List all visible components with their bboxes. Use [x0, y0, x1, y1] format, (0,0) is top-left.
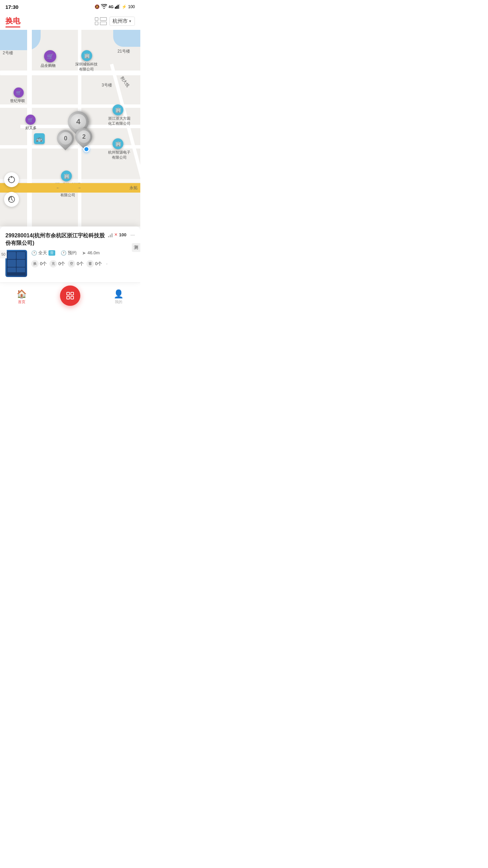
svg-rect-3	[119, 4, 120, 9]
reservation-info: 🕐 预约	[61, 250, 77, 256]
signal-x-icon: ✕	[114, 232, 118, 237]
poi-shopping-haoyouduo[interactable]: 🛒 好又多	[25, 115, 36, 125]
svg-rect-0	[115, 7, 116, 9]
city-selector[interactable]: 杭州市 ▼	[109, 17, 135, 26]
nav-scan-button[interactable]	[60, 285, 80, 306]
nav-profile-label: 我的	[115, 299, 122, 304]
building-icon-4: 🏢	[64, 173, 69, 179]
pin-2-number: 2	[82, 133, 85, 140]
signal-section: ✕ 100 —	[108, 232, 135, 237]
station-image-base	[7, 272, 26, 276]
bus-icon: 🚌	[36, 136, 43, 142]
clock-icon: 🕐	[31, 250, 37, 256]
stat-icon-xu: 蓄	[86, 260, 94, 268]
distance-label: 46.0m	[87, 250, 100, 255]
distance-info: ➤ 46.0m	[82, 250, 100, 256]
svg-rect-7	[67, 296, 69, 299]
stat-count-xu: 0个	[95, 261, 102, 267]
stat-count-kong: 0个	[77, 261, 83, 267]
hours-info: 🕐 全天 营	[31, 250, 55, 256]
card-right-section: 🕐 全天 营 🕐 预约 ➤ 46.0m 换 0个	[31, 250, 135, 268]
scan-icon	[65, 291, 75, 300]
grid-line-2	[100, 22, 107, 25]
notification-icon: 🔕	[95, 4, 100, 9]
status-icons: 🔕 4G ⚡ 100	[95, 4, 135, 10]
station-image	[5, 250, 27, 277]
clock-icon-2: 🕐	[61, 250, 66, 256]
profile-icon: 👤	[114, 289, 124, 299]
reservation-label: 预约	[68, 250, 77, 256]
shopping-basket-icon: 🛒	[47, 53, 54, 60]
shopping-basket-icon-2: 🛒	[16, 90, 21, 95]
location-control[interactable]	[4, 172, 19, 187]
stat-icon-chong: 充	[49, 260, 57, 268]
shopping-basket-icon-3: 🛒	[28, 117, 33, 122]
station-card: 299280014(杭州市余杭区浙江宇松科技股份有限公司) ✕ 100 —	[0, 226, 140, 282]
nav-profile[interactable]: 👤 我的	[114, 289, 124, 304]
top-nav: 换电 杭州市 ▼	[0, 12, 140, 30]
building-icon-1: 🏢	[84, 53, 90, 58]
road-arrow-right: →	[77, 185, 81, 190]
svg-rect-5	[67, 292, 69, 295]
battery-slot-3	[7, 260, 16, 267]
status-time: 17:30	[5, 4, 18, 10]
crosshair-icon	[8, 176, 15, 183]
poi-shopping-shiji[interactable]: 🛒 世纪华联	[14, 87, 24, 98]
nav-title: 换电	[5, 16, 20, 26]
signal-value: 100	[119, 232, 126, 237]
battery-slot-1	[7, 252, 16, 259]
wifi-icon	[101, 4, 107, 10]
poi-office-hangzhouzhiyuan[interactable]: 🏢 杭州智源电子有限公司	[113, 138, 123, 149]
battery-slot-2	[17, 252, 25, 259]
history-control[interactable]	[4, 192, 19, 207]
map-container[interactable]: ← → 永拓 2号楼 3号楼 21号楼 荆大线 🛒 品全购物 🛒 世纪华联 🛒 …	[0, 30, 140, 226]
grid-dot-2	[95, 22, 98, 25]
poi-label-pinquan: 品全购物	[41, 63, 56, 68]
right-partial-ce: 测	[132, 243, 140, 252]
nav-home[interactable]: 🏠 首页	[17, 289, 27, 304]
hours-label: 全天	[38, 250, 47, 256]
poi-office-yusong[interactable]: 🏢 浙江宇松科技股份有限公司	[61, 171, 72, 181]
stat-count-chong: 0个	[58, 261, 65, 267]
card-info-row: 🕐 全天 营 🕐 预约 ➤ 46.0m	[31, 250, 135, 256]
svg-rect-8	[71, 296, 74, 299]
pin-cluster-2[interactable]: 2	[75, 128, 93, 148]
signal-bar-1	[108, 236, 109, 237]
road-arrow-left: ←	[56, 185, 60, 190]
road-label-yong: 永拓	[129, 185, 138, 191]
svg-rect-6	[71, 292, 74, 295]
poi-office-zheda[interactable]: 🏢 浙江浙大方圆化工有限公司	[113, 104, 123, 115]
signal-bars	[108, 232, 113, 237]
battery-level: 100	[128, 4, 135, 9]
stat-chong: 充 0个	[49, 260, 65, 268]
grid-list-toggle[interactable]	[96, 16, 105, 26]
card-main-content: 🕐 全天 营 🕐 预约 ➤ 46.0m 换 0个	[5, 250, 135, 277]
svg-rect-2	[118, 5, 119, 9]
nav-home-label: 首页	[18, 299, 25, 304]
battery-slot-4	[17, 260, 25, 267]
map-label-building21: 21号楼	[118, 48, 130, 54]
main-yellow-road: ← → 永拓	[0, 183, 140, 193]
building-icon-2: 🏢	[115, 107, 121, 113]
stats-row: 换 0个 充 0个 空 0个 蓄 0个 -	[31, 260, 135, 268]
poi-label-shiji: 世纪华联	[10, 98, 25, 103]
signal-bar-2	[110, 235, 111, 237]
nav-scan-container	[60, 285, 80, 309]
water-area-right	[113, 30, 140, 47]
history-icon	[8, 196, 15, 203]
poi-label-zheda: 浙江浙大方圆化工有限公司	[106, 116, 133, 126]
poi-shopping-pinquan[interactable]: 🛒 品全购物	[44, 50, 56, 62]
poi-office-shenzhen[interactable]: 🏢 深圳城铄科技有限公司	[81, 50, 92, 61]
pin-cluster-0[interactable]: 0	[57, 130, 75, 150]
grid-line	[100, 17, 107, 21]
stat-dash: -	[106, 261, 107, 266]
city-name: 杭州市	[113, 18, 128, 24]
home-icon: 🏠	[17, 289, 27, 299]
stat-icon-huan: 换	[31, 260, 39, 268]
map-label-building2: 2号楼	[3, 50, 13, 56]
signal-bars-icon	[115, 4, 120, 10]
map-label-building3: 3号楼	[102, 82, 112, 88]
grid-icon-top-row	[95, 17, 107, 21]
nav-right: 杭州市 ▼	[96, 16, 135, 26]
current-location-dot	[83, 146, 89, 152]
